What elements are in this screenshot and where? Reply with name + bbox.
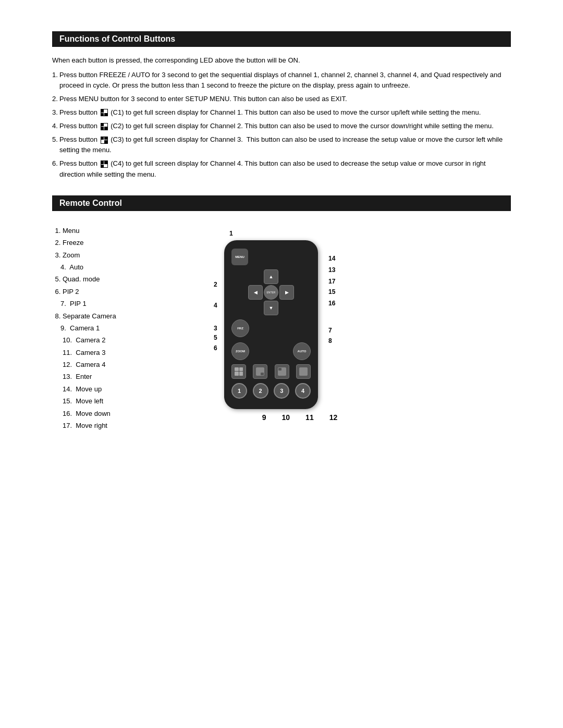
dpad-left[interactable]: ◀ [248, 285, 263, 300]
list-item: 11. Camera 3 [63, 347, 136, 359]
pip2-button[interactable] [253, 364, 267, 379]
c1-icon [101, 109, 108, 116]
list-item: 17. Move right [63, 419, 136, 431]
menu-button[interactable]: MENU [231, 249, 248, 265]
list-item: 13. Enter [63, 371, 136, 382]
list-item: PIP 2 [63, 286, 136, 298]
c2-icon [101, 123, 108, 130]
list-item: 14. Move up [63, 383, 136, 395]
callout-7: 7 [328, 327, 332, 334]
dpad-enter[interactable]: ENTER [264, 285, 278, 300]
intro-text: When each button is pressed, the corresp… [52, 55, 511, 66]
callout-5: 5 [214, 334, 217, 341]
dpad-down[interactable]: ▼ [264, 301, 278, 315]
list-item: 5. Press button (C3) to get full screen … [52, 134, 511, 155]
sep-camera-icon [299, 367, 308, 376]
callout-8: 8 [328, 337, 332, 344]
dpad-empty-bl [248, 301, 263, 315]
callout-13: 13 [328, 266, 335, 274]
callout-1: 1 [229, 230, 233, 237]
list-item: 1. Press button FREEZE / AUTO for 3 seco… [52, 70, 511, 91]
callout-3: 3 [214, 325, 217, 332]
num-row: 1 2 3 4 [231, 383, 311, 399]
dpad-right[interactable]: ▶ [279, 285, 294, 300]
dpad-empty-br [279, 301, 294, 315]
list-item: 4. Press button (C2) to get full screen … [52, 121, 511, 131]
list-num: 5. [52, 134, 58, 145]
c3-icon [101, 137, 108, 144]
callout-17: 17 [328, 278, 335, 285]
bottom-label-10: 10 [282, 413, 290, 422]
dpad-empty-tl [248, 269, 263, 284]
bottom-label-9: 9 [262, 413, 266, 422]
zoom-button[interactable]: ZOOM [231, 342, 249, 360]
list-item: 16. Move down [63, 408, 136, 419]
cam1-button[interactable]: 1 [231, 383, 247, 399]
list-item: 10. Camera 2 [63, 334, 136, 346]
dpad: ▲ ◀ ENTER ▶ ▼ [248, 269, 294, 315]
list-num: 6. [52, 158, 58, 169]
functions-title: Functions of Control Buttons [59, 34, 175, 43]
list-num: 2. [52, 94, 58, 104]
list-item: 9. Camera 1 [60, 322, 136, 334]
auto-button[interactable]: AUTO [293, 342, 311, 360]
list-item: 3. Press button (C1) to get full screen … [52, 107, 511, 118]
list-item: Quad. mode [63, 273, 136, 285]
c4-icon [101, 161, 108, 168]
dpad-empty-tr [279, 269, 294, 284]
functions-header: Functions of Control Buttons [52, 31, 511, 47]
dpad-up[interactable]: ▲ [264, 269, 278, 284]
callout-16: 16 [328, 300, 335, 307]
callout-2: 2 [214, 281, 217, 288]
bottom-label-11: 11 [305, 413, 314, 422]
quad-row [231, 364, 311, 379]
remote-numbered-list: Menu Freeze Zoom 4. Auto Quad. mode PIP … [52, 225, 136, 432]
list-item: Menu [63, 225, 136, 237]
functions-section: Functions of Control Buttons When each b… [52, 31, 511, 180]
bottom-labels: 9 10 11 12 [224, 413, 375, 422]
frz-row: FRZ [231, 319, 311, 337]
zoom-auto-row: ZOOM AUTO [231, 342, 311, 360]
frz-button[interactable]: FRZ [231, 319, 249, 337]
quad-full-button[interactable] [231, 364, 246, 379]
callout-4: 4 [214, 302, 217, 309]
menu-row: MENU [231, 249, 311, 265]
pip1-icon [278, 367, 286, 376]
pip1-button[interactable] [275, 364, 289, 379]
sep-camera-button[interactable] [296, 364, 311, 379]
list-item: 12. Camera 4 [63, 359, 136, 371]
list-num: 1. [52, 70, 58, 80]
cam4-button[interactable]: 4 [295, 383, 311, 399]
list-item: 2. Press MENU button for 3 second to ent… [52, 94, 511, 104]
pip2-icon [256, 367, 264, 376]
callout-15: 15 [328, 288, 335, 295]
remote-header: Remote Control [52, 195, 511, 211]
list-item: 6. Press button (C4) to get full screen … [52, 158, 511, 179]
cam2-button[interactable]: 2 [253, 383, 268, 399]
list-num: 4. [52, 121, 58, 131]
callout-14: 14 [328, 255, 335, 262]
quad-full-icon [235, 367, 243, 376]
remote-diagram: 1 2 3 4 5 6 7 8 14 13 17 15 16 MENU [156, 225, 375, 432]
list-num: 3. [52, 107, 58, 118]
list-item: Separate Camera [63, 310, 136, 322]
list-item: Freeze [63, 237, 136, 249]
functions-list: 1. Press button FREEZE / AUTO for 3 seco… [52, 70, 511, 180]
cam3-button[interactable]: 3 [274, 383, 289, 399]
list-item: Zoom [63, 249, 136, 261]
remote-title: Remote Control [59, 199, 122, 207]
list-item: 4. Auto [60, 261, 136, 273]
callout-6: 6 [214, 344, 217, 352]
remote-list-container: Menu Freeze Zoom 4. Auto Quad. mode PIP … [52, 225, 136, 432]
remote-section: Remote Control Menu Freeze Zoom 4. Auto … [52, 195, 511, 432]
remote-body: MENU ▲ ◀ ENTER ▶ ▼ FRZ [224, 240, 318, 409]
list-item: 7. PIP 1 [60, 298, 136, 310]
list-item: 15. Move left [63, 395, 136, 407]
bottom-label-12: 12 [329, 413, 338, 422]
remote-content: Menu Freeze Zoom 4. Auto Quad. mode PIP … [52, 225, 511, 432]
